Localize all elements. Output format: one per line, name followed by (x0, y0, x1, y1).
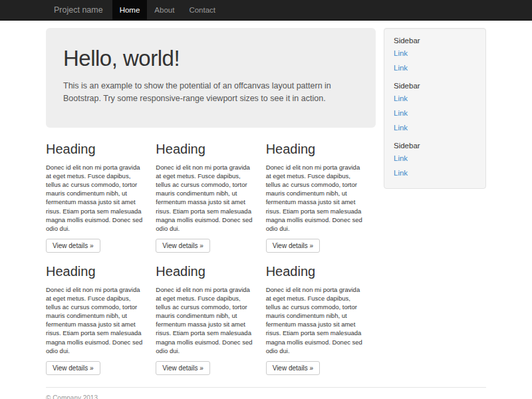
footer: © Company 2013 (46, 387, 486, 399)
view-details-button[interactable]: View details » (46, 239, 100, 253)
sidebar-link[interactable]: Link (394, 91, 476, 106)
sidebar-link[interactable]: Link (394, 151, 476, 166)
view-details-button[interactable]: View details » (46, 361, 100, 375)
cards-grid: HeadingDonec id elit non mi porta gravid… (46, 137, 376, 382)
navbar-menu: HomeAboutContact (112, 0, 223, 21)
nav-item-home[interactable]: Home (112, 0, 148, 21)
view-details-button[interactable]: View details » (156, 361, 210, 375)
card-title: Heading (156, 264, 256, 279)
view-details-button[interactable]: View details » (156, 239, 210, 253)
jumbotron: Hello, world! This is an example to show… (46, 28, 376, 128)
sidebar-group-title: Sidebar (394, 82, 476, 90)
navbar: Project name HomeAboutContact (0, 0, 532, 21)
nav-item-contact[interactable]: Contact (182, 0, 223, 21)
view-details-button[interactable]: View details » (266, 239, 321, 253)
nav-item-about[interactable]: About (147, 0, 182, 21)
card-body: Donec id elit non mi porta gravida at eg… (156, 163, 256, 233)
card-title: Heading (46, 264, 146, 279)
sidebar-link[interactable]: Link (394, 120, 476, 135)
card: HeadingDonec id elit non mi porta gravid… (46, 137, 156, 253)
card-title: Heading (266, 264, 366, 279)
main-content: Hello, world! This is an example to show… (46, 21, 376, 382)
card-body: Donec id elit non mi porta gravida at eg… (46, 163, 146, 233)
card: HeadingDonec id elit non mi porta gravid… (156, 137, 265, 253)
sidebar-link[interactable]: Link (394, 106, 476, 120)
view-details-button[interactable]: View details » (266, 361, 321, 375)
sidebar-link[interactable]: Link (394, 166, 476, 180)
sidebar-column: SidebarLinkLinkSidebarLinkLinkLinkSideba… (376, 28, 486, 189)
card-title: Heading (46, 142, 146, 157)
card: HeadingDonec id elit non mi porta gravid… (156, 259, 265, 375)
card: HeadingDonec id elit non mi porta gravid… (266, 137, 376, 253)
brand-link[interactable]: Project name (46, 0, 112, 21)
hero-text: This is an example to show the potential… (63, 80, 342, 106)
card-body: Donec id elit non mi porta gravida at eg… (266, 163, 366, 233)
card: HeadingDonec id elit non mi porta gravid… (266, 259, 376, 375)
copyright-text: © Company 2013 (46, 394, 486, 399)
hero-title: Hello, world! (63, 46, 358, 71)
sidebar-link[interactable]: Link (394, 46, 476, 61)
card-title: Heading (266, 142, 366, 157)
sidebar-group-title: Sidebar (394, 37, 476, 45)
card-body: Donec id elit non mi porta gravida at eg… (46, 285, 146, 355)
sidebar-link[interactable]: Link (394, 61, 476, 75)
card-body: Donec id elit non mi porta gravida at eg… (266, 285, 366, 355)
sidebar: SidebarLinkLinkSidebarLinkLinkLinkSideba… (384, 28, 486, 189)
card: HeadingDonec id elit non mi porta gravid… (46, 259, 156, 375)
card-body: Donec id elit non mi porta gravida at eg… (156, 285, 256, 355)
card-title: Heading (156, 142, 256, 157)
sidebar-group-title: Sidebar (394, 142, 476, 150)
